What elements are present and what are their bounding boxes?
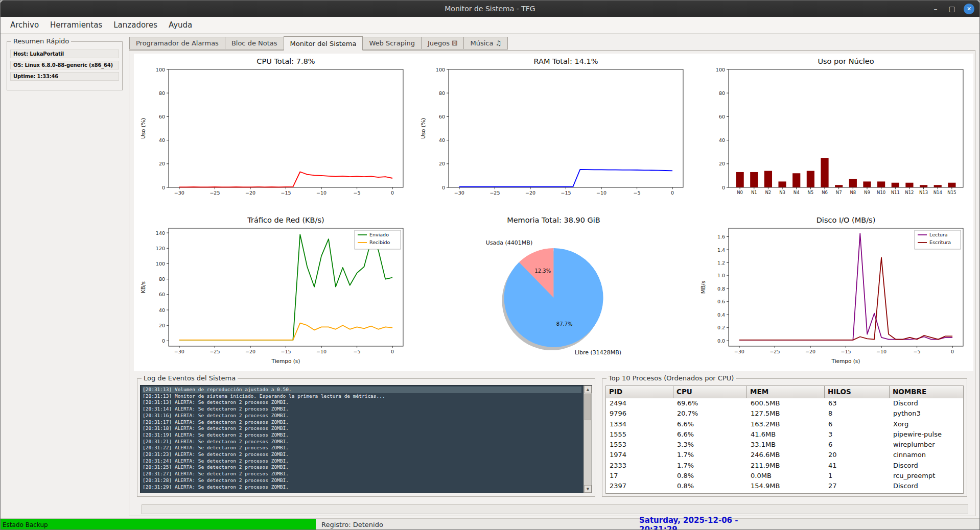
process-table: PIDCPUMEMHILOSNOMBRE 249469.6%600.5MB63D… [605, 386, 964, 494]
table-row[interactable]: 979620.7%127.5MB8python3 [606, 408, 963, 419]
table-cell: 1.7% [673, 461, 747, 471]
svg-text:−10: −10 [316, 349, 326, 354]
summary-frame-label: Resumen Rápido [11, 37, 71, 45]
menu-lanzadores[interactable]: Lanzadores [108, 18, 163, 32]
table-row[interactable]: 23970.8%154.9MB27Discord [606, 481, 963, 491]
svg-text:Tiempo (s): Tiempo (s) [271, 358, 300, 364]
svg-text:80: 80 [439, 90, 445, 96]
processes-frame-label: Top 10 Procesos (Ordenados por CPU) [606, 374, 736, 382]
svg-text:80: 80 [159, 276, 165, 282]
log-line: [20:31:29] ALERTA: Se detectaron 2 proce… [143, 484, 581, 491]
table-cell: pipewire-pulse [890, 429, 963, 440]
log-line: [20:31:13] ALERTA: Se detectaron 2 proce… [143, 399, 581, 406]
svg-text:−5: −5 [354, 190, 361, 196]
svg-text:100: 100 [436, 67, 445, 73]
column-header-mem[interactable]: MEM [747, 386, 825, 398]
tab-m-sica[interactable]: Música ♫ [463, 37, 508, 50]
svg-text:60: 60 [159, 292, 165, 297]
table-cell: 163.2MB [747, 419, 825, 429]
table-row[interactable]: 13346.6%163.2MB6Xorg [606, 419, 963, 429]
svg-text:20: 20 [159, 323, 165, 328]
table-cell: 600.5MB [747, 398, 825, 408]
table-cell: 6 [825, 419, 890, 429]
registro-status-label: Registro: Detenido [321, 519, 383, 530]
svg-text:Tiempo (s): Tiempo (s) [831, 358, 860, 364]
network-chart-cell: Tráfico de Red (KB/s)020406080100120140−… [134, 212, 413, 371]
backup-progressbar: Estado Backup [1, 519, 316, 530]
column-header-cpu[interactable]: CPU [673, 386, 747, 398]
svg-text:120: 120 [156, 246, 165, 251]
svg-text:0: 0 [951, 349, 954, 354]
table-row[interactable]: 19741.7%246.6MB20cinnamon [606, 450, 963, 460]
menu-ayuda[interactable]: Ayuda [163, 18, 198, 32]
svg-text:100: 100 [156, 261, 165, 267]
table-cell: Xorg [890, 419, 963, 429]
table-cell: 1974 [606, 450, 673, 460]
table-cell: Discord [890, 461, 963, 471]
cores-chart-cell: Uso por Núcleo020406080100N0N1N2N3N4N5N6… [694, 54, 973, 212]
log-text-area[interactable]: [20:31:13] Volumen de reproducción ajust… [140, 385, 592, 493]
cpu-chart-cell: CPU Total: 7.8%020406080100−30−25−20−15−… [134, 54, 413, 212]
tab-web-scraping[interactable]: Web Scraping [362, 37, 422, 50]
svg-text:0.8: 0.8 [717, 286, 725, 292]
svg-text:−5: −5 [913, 349, 920, 354]
backup-progress-label: Estado Backup [3, 521, 48, 528]
table-cell: 1.7% [673, 450, 747, 460]
table-row[interactable]: 15556.6%41.6MB3pipewire-pulse [606, 429, 963, 440]
table-cell: 20.7% [673, 408, 747, 419]
table-cell: 3.3% [673, 440, 747, 450]
menu-archivo[interactable]: Archivo [5, 18, 44, 32]
menubar: ArchivoHerramientasLanzadoresAyuda [1, 17, 979, 34]
log-line: [20:31:22] ALERTA: Se detectaron 2 proce… [143, 445, 581, 451]
svg-text:−10: −10 [316, 190, 326, 196]
tab-programador-de-alarmas[interactable]: Programador de Alarmas [129, 37, 225, 50]
table-cell: 27 [825, 481, 890, 491]
svg-text:−5: −5 [354, 349, 361, 354]
svg-text:87.7%: 87.7% [556, 321, 573, 327]
column-header-hilos[interactable]: HILOS [825, 386, 890, 398]
svg-text:Enviado: Enviado [369, 232, 389, 237]
column-header-nombre[interactable]: NOMBRE [890, 386, 963, 398]
memory-pie-chart: Memoria Total: 38.90 GiB12.3%Usada (4401… [417, 214, 690, 370]
svg-text:−25: −25 [769, 349, 780, 354]
close-icon[interactable]: ✕ [964, 4, 974, 14]
menu-herramientas[interactable]: Herramientas [44, 18, 108, 32]
table-cell: 17 [606, 471, 673, 481]
summary-host: Host: LukaPortatil [10, 50, 119, 58]
log-scrollbar[interactable]: ▲ ▼ [584, 386, 592, 493]
svg-text:40: 40 [159, 137, 165, 143]
svg-text:0: 0 [671, 190, 674, 196]
svg-text:100: 100 [156, 67, 165, 73]
log-line: [20:31:28] ALERTA: Se detectaron 2 proce… [143, 477, 581, 484]
svg-text:−10: −10 [876, 349, 886, 354]
table-cell: 127.5MB [747, 408, 825, 419]
tab-juegos[interactable]: Juegos ⚄ [421, 37, 464, 50]
log-frame: Log de Eventos del Sistema [20:31:13] Vo… [137, 378, 595, 497]
scrollbar-thumb[interactable] [585, 394, 591, 420]
maximize-icon[interactable]: ▢ [947, 5, 956, 13]
table-cell: 1553 [606, 440, 673, 450]
table-cell: 1555 [606, 429, 673, 440]
svg-text:N7: N7 [835, 190, 842, 195]
table-row[interactable]: 23331.7%211.9MB41Discord [606, 461, 963, 471]
table-cell: cinnamon [890, 450, 963, 460]
table-row[interactable]: 170.8%0.0MB1rcu_preempt [606, 471, 963, 481]
ram-chart-cell: RAM Total: 14.1%020406080100−30−25−20−15… [414, 54, 693, 212]
scroll-down-icon[interactable]: ▼ [584, 485, 592, 493]
log-line: [20:31:14] ALERTA: Se detectaron 2 proce… [143, 406, 581, 413]
log-line: [20:31:27] ALERTA: Se detectaron 2 proce… [143, 471, 581, 477]
table-row[interactable]: 15533.3%33.1MB6wireplumber [606, 440, 963, 450]
tab-bloc-de-notas[interactable]: Bloc de Notas [225, 37, 284, 50]
log-line: [20:31:17] ALERTA: Se detectaron 2 proce… [143, 419, 581, 426]
svg-text:N14: N14 [933, 190, 942, 195]
table-cell: 6.6% [673, 429, 747, 440]
minimize-icon[interactable]: – [931, 5, 940, 13]
column-header-pid[interactable]: PID [606, 386, 673, 398]
tab-monitor-del-sistema[interactable]: Monitor del Sistema [284, 36, 363, 51]
log-frame-label: Log de Eventos del Sistema [142, 374, 238, 382]
table-row[interactable]: 249469.6%600.5MB63Discord [606, 398, 963, 408]
tabbar: Programador de AlarmasBloc de NotasMonit… [129, 36, 508, 51]
log-line: [20:31:13] Monitor de sistema iniciado. … [143, 393, 581, 400]
scroll-up-icon[interactable]: ▲ [584, 386, 592, 393]
table-cell: python3 [890, 408, 963, 419]
